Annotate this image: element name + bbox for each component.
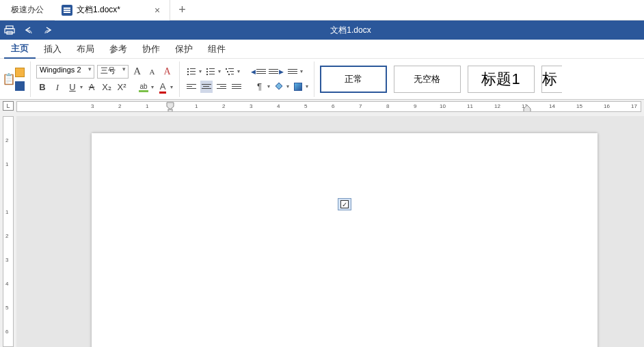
superscript-button[interactable]: X² [116,81,128,94]
italic-button[interactable]: I [51,81,64,94]
style-gallery: 正常 无空格 标题1 标 [320,66,562,93]
document-canvas[interactable]: ✓ [16,116,644,347]
menu-reference[interactable]: 参考 [103,40,134,58]
clear-format-button[interactable]: A [161,66,174,78]
align-right-button[interactable] [215,81,228,93]
svg-rect-3 [168,109,172,112]
checkbox-glyph: ✓ [340,200,349,208]
document-tab[interactable]: 文档1.docx* × [55,0,170,20]
tab-bar: 极速办公 文档1.docx* × + [0,0,644,20]
style-normal[interactable]: 正常 [320,66,387,93]
quick-access-bar: 文档1.docx [0,20,644,40]
style-heading-next[interactable]: 标 [541,66,562,93]
multilevel-list-button[interactable] [224,66,236,78]
app-name-label: 极速办公 [0,4,55,16]
document-page[interactable]: ✓ [92,133,598,347]
copy-icon[interactable] [15,68,25,77]
vertical-ruler[interactable]: 2 1 1 2 3 4 5 6 7 [3,116,14,347]
font-size-select[interactable]: 三号 [97,65,129,79]
clipboard-group: 📋 [4,61,31,97]
grow-font-button[interactable]: A [131,66,144,78]
font-name-select[interactable]: Wingdings 2 [36,65,94,79]
bold-button[interactable]: B [36,81,49,94]
style-nospace[interactable]: 无空格 [394,66,461,93]
shading-button[interactable] [273,81,285,93]
strike-button[interactable]: A [85,81,98,94]
paragraph-group: ▾ ▾ ▾ ◀ ▶ ▾ ¶▾ ▾ ▾ [185,61,314,97]
font-color-button[interactable]: A [157,81,169,94]
pilcrow-button[interactable]: ¶ [254,81,266,93]
menu-addons[interactable]: 组件 [201,40,232,58]
redo-button[interactable] [38,20,57,40]
style-heading1[interactable]: 标题1 [468,66,535,93]
number-list-button[interactable] [204,66,217,78]
horizontal-ruler[interactable]: 3 2 1 1 2 3 4 5 6 7 8 9 10 11 12 13 14 1… [16,101,641,112]
tab-label: 文档1.docx* [77,4,120,16]
bullet-list-button[interactable] [185,66,198,78]
indent-marker-icon[interactable] [166,102,174,112]
increase-indent-button[interactable]: ▶ [269,66,284,78]
subscript-button[interactable]: X₂ [100,81,113,94]
checkbox-character[interactable]: ✓ [338,198,351,210]
menu-bar: 主页 插入 布局 参考 协作 保护 组件 [0,40,644,59]
ruler-corner[interactable]: L [3,101,14,111]
format-painter-icon[interactable] [15,81,25,91]
paste-button[interactable]: 📋 [4,66,14,93]
right-indent-marker-icon[interactable] [523,105,531,112]
highlight-button[interactable]: ab [137,81,150,94]
menu-protect[interactable]: 保护 [168,40,200,58]
doc-icon [62,5,72,16]
menu-home[interactable]: 主页 [4,40,36,59]
ribbon: 📋 Wingdings 2 三号 A A A B I U▾ A X₂ X² ab… [0,59,644,100]
decrease-indent-button[interactable]: ◀ [251,66,266,78]
print-button[interactable] [0,20,19,40]
new-tab-button[interactable]: + [170,3,194,17]
align-left-button[interactable] [185,81,198,93]
font-group: Wingdings 2 三号 A A A B I U▾ A X₂ X² ab▾ … [36,61,180,97]
shrink-font-button[interactable]: A [146,66,159,78]
underline-button[interactable]: U [66,81,79,94]
close-tab-icon[interactable]: × [152,5,163,16]
menu-collab[interactable]: 协作 [135,40,167,58]
svg-rect-1 [5,29,14,33]
align-center-button[interactable] [200,81,213,93]
border-button[interactable] [292,81,304,93]
undo-button[interactable] [19,20,38,40]
align-justify-button[interactable] [230,81,243,93]
menu-insert[interactable]: 插入 [37,40,68,58]
line-spacing-button[interactable] [286,66,299,78]
menu-layout[interactable]: 布局 [70,40,101,58]
document-title: 文档1.docx [57,25,644,36]
